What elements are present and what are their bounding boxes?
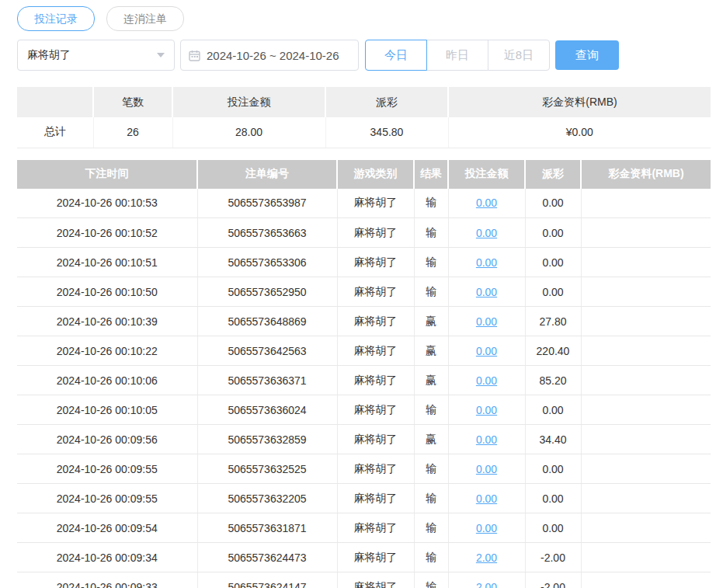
cell-bet-amount: 0.00 <box>448 395 525 425</box>
cell-bet-amount: 2.00 <box>448 543 525 572</box>
game-type-select-value: 麻将胡了 <box>27 48 71 62</box>
cell-bet-time: 2024-10-26 00:10:06 <box>17 366 197 395</box>
bet-amount-link[interactable]: 0.00 <box>476 286 497 298</box>
cell-bet-time: 2024-10-26 00:09:54 <box>17 513 197 543</box>
cell-bet-time: 2024-10-26 00:09:55 <box>17 484 197 513</box>
cell-result: 输 <box>414 189 448 218</box>
bet-amount-link[interactable]: 0.00 <box>476 374 497 387</box>
chevron-down-icon <box>157 53 165 57</box>
header-bet-time: 下注时间 <box>17 160 197 189</box>
cell-bonus <box>581 189 711 218</box>
summary-header-bonus: 彩金资料(RMB) <box>448 87 711 117</box>
bet-record-row: 2024-10-26 00:10:05 5065573636024 麻将胡了 输… <box>17 395 711 425</box>
cell-bonus <box>581 366 711 395</box>
cell-result: 输 <box>414 277 448 307</box>
cell-bonus <box>581 218 711 248</box>
range-today-button[interactable]: 今日 <box>365 40 427 71</box>
bet-record-row: 2024-10-26 00:09:55 5065573632205 麻将胡了 输… <box>17 484 711 513</box>
cell-bet-time: 2024-10-26 00:10:39 <box>17 307 197 336</box>
range-yesterday-button[interactable]: 昨日 <box>426 40 488 71</box>
bet-record-row: 2024-10-26 00:09:33 5065573624147 麻将胡了 输… <box>17 572 711 588</box>
query-button[interactable]: 查询 <box>555 40 619 70</box>
cell-game-type: 麻将胡了 <box>337 248 414 277</box>
date-range-value: 2024-10-26 ~ 2024-10-26 <box>207 49 339 62</box>
bet-amount-link[interactable]: 0.00 <box>476 522 497 534</box>
cell-result: 输 <box>414 543 448 572</box>
cell-payout: 34.40 <box>525 425 581 454</box>
bet-records-table: 下注时间 注单编号 游戏类别 结果 投注金额 派彩 彩金资料(RMB) 2024… <box>17 160 711 588</box>
cell-result: 输 <box>414 248 448 277</box>
cell-bet-amount: 0.00 <box>448 425 525 454</box>
cell-bet-id: 5065573624473 <box>197 543 337 572</box>
bet-amount-link[interactable]: 0.00 <box>476 256 497 269</box>
cell-payout: 0.00 <box>525 484 581 513</box>
bet-records-body: 2024-10-26 00:10:53 5065573653987 麻将胡了 输… <box>17 189 711 588</box>
bet-record-row: 2024-10-26 00:09:54 5065573631871 麻将胡了 输… <box>17 513 711 543</box>
bet-amount-link[interactable]: 0.00 <box>476 197 497 209</box>
cell-payout: 85.20 <box>525 366 581 395</box>
cell-bet-id: 5065573648869 <box>197 307 337 336</box>
cell-result: 赢 <box>414 425 448 454</box>
bet-amount-link[interactable]: 0.00 <box>476 404 497 416</box>
top-tabs: 投注记录 连消注单 <box>17 6 711 31</box>
cell-result: 赢 <box>414 366 448 395</box>
cell-bet-time: 2024-10-26 00:09:34 <box>17 543 197 572</box>
cell-game-type: 麻将胡了 <box>337 218 414 248</box>
date-range-input[interactable]: 2024-10-26 ~ 2024-10-26 <box>180 40 359 71</box>
bet-record-row: 2024-10-26 00:10:06 5065573636371 麻将胡了 赢… <box>17 366 711 395</box>
bet-amount-link[interactable]: 0.00 <box>476 315 497 328</box>
cell-bet-amount: 0.00 <box>448 336 525 366</box>
bet-amount-link[interactable]: 0.00 <box>476 345 497 357</box>
cell-game-type: 麻将胡了 <box>337 572 414 588</box>
bet-amount-link[interactable]: 0.00 <box>476 463 497 475</box>
bet-amount-link[interactable]: 0.00 <box>476 227 497 239</box>
bet-record-row: 2024-10-26 00:09:56 5065573632859 麻将胡了 赢… <box>17 425 711 454</box>
cell-result: 输 <box>414 454 448 484</box>
cell-game-type: 麻将胡了 <box>337 454 414 484</box>
game-type-select[interactable]: 麻将胡了 <box>17 40 175 71</box>
bet-record-row: 2024-10-26 00:10:50 5065573652950 麻将胡了 输… <box>17 277 711 307</box>
bet-amount-link[interactable]: 2.00 <box>476 581 497 588</box>
tab-cancelled-bets[interactable]: 连消注单 <box>106 6 184 31</box>
cell-bet-id: 5065573636371 <box>197 366 337 395</box>
cell-bonus <box>581 307 711 336</box>
bet-amount-link[interactable]: 0.00 <box>476 492 497 505</box>
cell-bonus <box>581 513 711 543</box>
cell-bet-time: 2024-10-26 00:10:50 <box>17 277 197 307</box>
cell-bet-time: 2024-10-26 00:10:52 <box>17 218 197 248</box>
cell-result: 赢 <box>414 307 448 336</box>
cell-bonus <box>581 395 711 425</box>
cell-bet-amount: 0.00 <box>448 307 525 336</box>
cell-result: 赢 <box>414 336 448 366</box>
cell-game-type: 麻将胡了 <box>337 189 414 218</box>
cell-bet-time: 2024-10-26 00:09:56 <box>17 425 197 454</box>
summary-header-payout: 派彩 <box>325 87 448 117</box>
cell-bet-time: 2024-10-26 00:10:53 <box>17 189 197 218</box>
header-payout: 派彩 <box>525 160 581 189</box>
cell-payout: 0.00 <box>525 513 581 543</box>
summary-total-bet-amount: 28.00 <box>172 117 325 148</box>
summary-header-blank <box>17 87 93 117</box>
cell-game-type: 麻将胡了 <box>337 395 414 425</box>
cell-bet-time: 2024-10-26 00:09:33 <box>17 572 197 588</box>
cell-bet-id: 5065573653306 <box>197 248 337 277</box>
cell-payout: 0.00 <box>525 248 581 277</box>
cell-bet-id: 5065573653663 <box>197 218 337 248</box>
cell-bet-amount: 0.00 <box>448 248 525 277</box>
cell-bet-time: 2024-10-26 00:10:22 <box>17 336 197 366</box>
summary-total-payout: 345.80 <box>325 117 448 148</box>
bet-record-row: 2024-10-26 00:09:34 5065573624473 麻将胡了 输… <box>17 543 711 572</box>
tab-betting-records[interactable]: 投注记录 <box>17 6 95 31</box>
bet-record-row: 2024-10-26 00:10:51 5065573653306 麻将胡了 输… <box>17 248 711 277</box>
cell-bet-amount: 0.00 <box>448 189 525 218</box>
range-last8days-button[interactable]: 近8日 <box>488 40 550 71</box>
cell-bet-id: 5065573632205 <box>197 484 337 513</box>
bet-amount-link[interactable]: 0.00 <box>476 433 497 446</box>
summary-total-label: 总计 <box>17 117 93 148</box>
bet-record-row: 2024-10-26 00:10:52 5065573653663 麻将胡了 输… <box>17 218 711 248</box>
cell-result: 输 <box>414 218 448 248</box>
bet-amount-link[interactable]: 2.00 <box>476 551 497 564</box>
cell-game-type: 麻将胡了 <box>337 366 414 395</box>
header-bonus: 彩金资料(RMB) <box>581 160 711 189</box>
cell-game-type: 麻将胡了 <box>337 277 414 307</box>
